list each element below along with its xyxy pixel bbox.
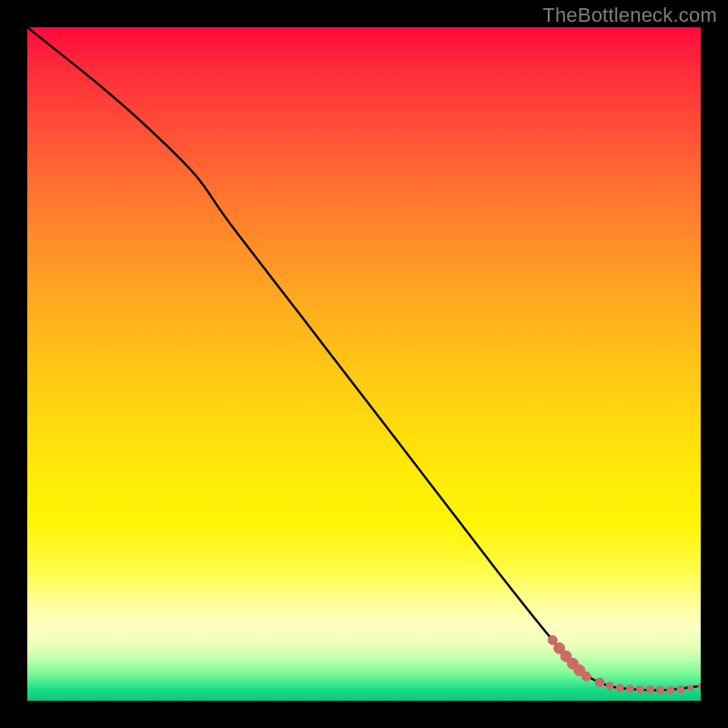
data-dot — [677, 685, 684, 693]
data-dot — [657, 686, 664, 693]
data-dot — [626, 685, 633, 693]
data-dot — [606, 682, 613, 690]
curve-dots — [548, 635, 701, 693]
data-dot — [581, 672, 591, 681]
watermark-text: TheBottleneck.com — [542, 4, 717, 27]
plot-area — [27, 27, 701, 701]
chart-container: TheBottleneck.com — [0, 0, 728, 728]
data-dot — [548, 635, 557, 644]
data-dot — [667, 686, 674, 693]
data-dot — [616, 684, 623, 692]
data-dot — [698, 683, 701, 689]
data-dot — [636, 685, 643, 693]
data-dot — [647, 685, 654, 693]
data-dot — [595, 678, 604, 687]
bottleneck-curve — [27, 27, 701, 690]
chart-svg — [27, 27, 701, 701]
data-dot — [688, 685, 693, 691]
